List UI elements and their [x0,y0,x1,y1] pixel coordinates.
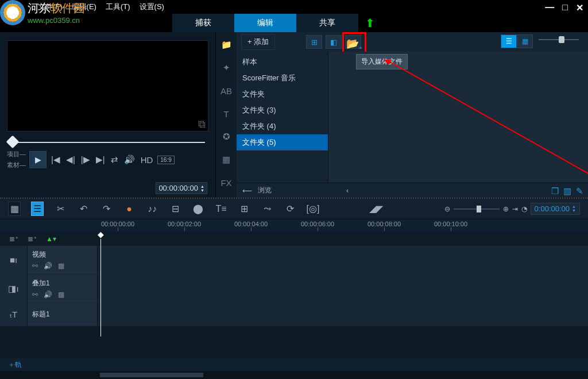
subtitle-icon[interactable]: T≡ [215,204,227,214]
step-back-icon[interactable]: ◀| [65,153,76,166]
filter-photo-icon[interactable]: ◧ [326,35,342,49]
panel-layout-icon[interactable]: ▥ [563,186,571,196]
edit-icon[interactable]: ✎ [576,186,583,196]
tracks-menu-1-icon[interactable]: ≣⁺ [9,235,18,243]
tab-edit[interactable]: 编辑 [234,14,296,32]
label-project[interactable]: 项目— [7,150,26,158]
upload-button[interactable]: ⬆ [358,14,381,32]
tab-share[interactable]: 共享 [296,14,358,32]
category-title-t-icon[interactable]: T [219,108,233,119]
label-clip[interactable]: 素材— [7,161,26,169]
collapse-icon[interactable]: ‹ [346,187,349,195]
add-folder-button[interactable]: + 添加 [241,34,275,50]
scrub-bar[interactable] [7,137,208,145]
loop-icon[interactable]: ⇄ [110,153,119,166]
tools-icon[interactable]: ✂ [54,203,67,214]
close-button[interactable]: ✕ [576,2,583,13]
undo-icon[interactable]: ↶ [77,203,90,214]
fx-disable-icon[interactable]: ▩ [58,262,64,270]
split-screen-icon[interactable]: ⊞ [238,203,250,214]
aspect-ratio[interactable]: 16:9 [157,156,174,164]
grid-view-button[interactable]: ▦ [517,34,533,48]
zoom-slider[interactable] [454,208,500,210]
track-title-icon[interactable]: ₜT [0,303,28,326]
browse-back-icon[interactable]: ⟵ [242,187,252,195]
fx-disable-icon[interactable]: ▩ [58,291,64,299]
slider-thumb[interactable] [559,36,564,43]
scrollbar-thumb[interactable] [100,373,203,377]
folder-item[interactable]: 文件夹 (4) [237,118,328,134]
library-content-area[interactable]: 导入媒体文件 [328,52,588,183]
watermark-url: www.pc0359.cn [28,16,85,25]
redo-icon[interactable]: ↷ [100,203,113,214]
browse-label[interactable]: 浏览 [258,185,272,195]
track-video-body[interactable] [98,246,588,274]
folder-item[interactable]: 文件夹 [237,86,328,102]
volume-icon[interactable]: 🔊 [123,153,136,166]
category-filter-icon[interactable]: ▦ [219,154,233,165]
list-view-button[interactable]: ☰ [501,34,517,48]
tab-capture[interactable]: 捕获 [172,14,234,32]
multi-window-icon[interactable]: ❐ [551,186,559,196]
category-transition-icon[interactable]: ✦ [219,62,233,74]
preview-video[interactable]: ⿻ [7,40,208,132]
folder-item[interactable]: 样本 [237,54,328,70]
folder-item[interactable]: ScoreFitter 音乐 [237,70,328,86]
mute-icon[interactable]: 🔊 [44,291,52,299]
track-overlay-body[interactable] [98,274,588,303]
play-button[interactable]: ▶ [29,151,47,168]
import-media-icon[interactable]: 📂+ [346,37,362,51]
menu-settings[interactable]: 设置(S) [140,2,164,12]
fullscreen-icon[interactable]: ⿻ [199,121,206,129]
auto-music-icon[interactable]: ⊟ [169,203,181,214]
track-overlay-icon[interactable]: ◨ı [0,274,28,303]
view-mode-toggle: ☰ ▦ [501,34,533,48]
category-title-ab-icon[interactable]: AB [219,85,233,96]
minimize-button[interactable]: — [545,2,554,13]
focus-icon[interactable]: [◎] [307,203,319,214]
go-end-icon[interactable]: ▶| [95,153,106,166]
category-fx-label[interactable]: FX [219,177,233,188]
fit-project-icon[interactable]: ⇥ [512,205,518,213]
scrub-handle[interactable] [6,136,20,149]
hd-label[interactable]: HD [140,154,154,166]
pan-zoom-icon[interactable]: ⟳ [284,203,296,214]
menu-tools[interactable]: 工具(T) [106,2,130,12]
step-fwd-icon[interactable]: |▶ [80,153,91,166]
zoom-in-icon[interactable]: ⊕ [503,205,509,213]
category-graphic-icon[interactable]: ✪ [219,131,233,142]
folder-item-selected[interactable]: 文件夹 (5) [237,134,328,150]
motion-icon[interactable]: ⤳ [261,203,273,214]
timeline-timecode[interactable]: 0:00:00:00▲▼ [531,203,580,215]
audio-mixer-icon[interactable]: ♪♪ [146,204,158,214]
record-icon[interactable]: ● [123,204,136,214]
maximize-button[interactable]: □ [562,2,568,13]
mute-icon[interactable]: 🔊 [44,262,52,270]
timeline-ruler[interactable]: 00:00:00:00 00:00:02:00 00:00:04:00 00:0… [0,219,588,232]
link-icon[interactable]: ⚯ [32,262,38,270]
track-title-body[interactable] [98,303,588,326]
track-video-icon[interactable]: ■ı [0,246,28,274]
track-title-label[interactable]: 标题1 [28,303,98,326]
tracks-menu-2-icon[interactable]: ≣⁺ [28,235,37,243]
thumbnail-size-slider[interactable] [539,38,579,41]
category-media-icon[interactable]: 📁 [219,39,233,51]
filter-video-icon[interactable]: ⊞ [306,35,322,49]
preview-timecode[interactable]: 00:00:00:00 ▲▼ [156,182,207,194]
link-icon[interactable]: ⚯ [32,291,38,299]
track-overlay-label[interactable]: 叠加1 ⚯🔊▩ [28,274,98,303]
add-track-button[interactable]: ＋軌 [0,358,588,371]
zoom-out-icon[interactable]: ⊖ [444,205,450,213]
timeline-scrollbar[interactable] [0,371,588,379]
storyboard-mode-button[interactable]: ▦ [8,202,21,216]
zoom-thumb[interactable] [477,206,481,212]
playhead[interactable]: ◆ [98,230,104,337]
3d-title-icon[interactable]: ◢◤ [370,203,382,214]
track-video-label[interactable]: 视频 ⚯🔊▩ [28,246,98,274]
marker-icon[interactable]: ▲▾ [46,235,56,243]
project-duration-icon[interactable]: ◔ [521,205,527,213]
folder-item[interactable]: 文件夹 (3) [237,102,328,118]
multi-trim-icon[interactable]: ⬤ [192,203,204,214]
go-start-icon[interactable]: |◀ [50,153,61,166]
timeline-mode-button[interactable]: ☰ [31,202,44,216]
